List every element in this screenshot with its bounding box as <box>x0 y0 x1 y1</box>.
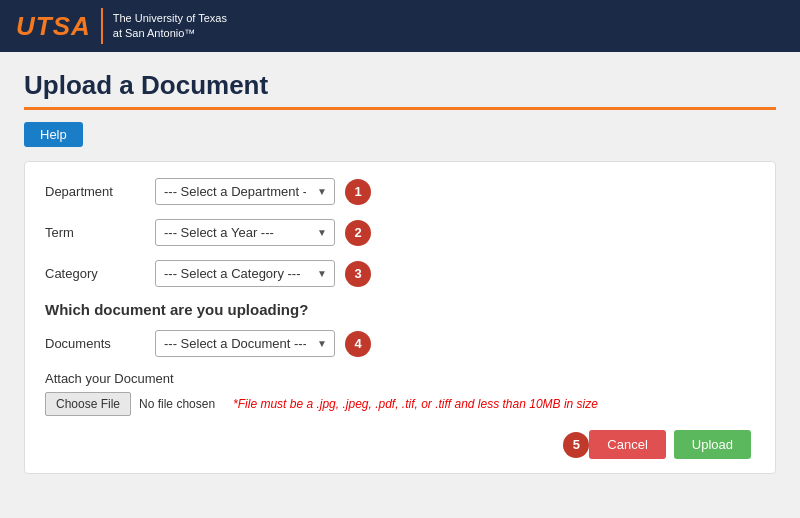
category-select-wrapper: --- Select a Category --- ▼ <box>155 260 335 287</box>
category-label: Category <box>45 266 155 281</box>
file-note: *File must be a .jpg, .jpeg, .pdf, .tif,… <box>233 397 598 411</box>
attach-row: Choose File No file chosen *File must be… <box>45 392 755 416</box>
term-label: Term <box>45 225 155 240</box>
page-title: Upload a Document <box>24 70 776 110</box>
department-select[interactable]: --- Select a Department --- <box>155 178 335 205</box>
documents-label: Documents <box>45 336 155 351</box>
category-select[interactable]: --- Select a Category --- <box>155 260 335 287</box>
document-select[interactable]: --- Select a Document --- <box>155 330 335 357</box>
department-row: Department --- Select a Department --- ▼… <box>45 178 755 205</box>
step-4-badge: 4 <box>345 331 371 357</box>
cancel-button[interactable]: Cancel <box>589 430 665 459</box>
upload-form: Department --- Select a Department --- ▼… <box>24 161 776 474</box>
help-button[interactable]: Help <box>24 122 83 147</box>
step-5-badge: 5 <box>563 432 589 458</box>
department-select-wrapper: --- Select a Department --- ▼ <box>155 178 335 205</box>
term-select[interactable]: --- Select a Year --- <box>155 219 335 246</box>
term-select-wrapper: --- Select a Year --- ▼ <box>155 219 335 246</box>
utsa-logo: UTSA <box>16 11 91 42</box>
category-row: Category --- Select a Category --- ▼ 3 <box>45 260 755 287</box>
department-label: Department <box>45 184 155 199</box>
attach-label: Attach your Document <box>45 371 755 386</box>
step-2-badge: 2 <box>345 220 371 246</box>
step-3-badge: 3 <box>345 261 371 287</box>
term-row: Term --- Select a Year --- ▼ 2 <box>45 219 755 246</box>
upload-button[interactable]: Upload <box>674 430 751 459</box>
choose-file-button[interactable]: Choose File <box>45 392 131 416</box>
documents-row: Documents --- Select a Document --- ▼ 4 <box>45 330 755 357</box>
document-section-title: Which document are you uploading? <box>45 301 755 318</box>
file-chosen-text: No file chosen <box>139 397 215 411</box>
university-name: The University of Texas at San Antonio™ <box>113 11 227 42</box>
footer-row: 5 Cancel Upload <box>45 430 755 459</box>
step-1-badge: 1 <box>345 179 371 205</box>
main-content: Upload a Document Help Department --- Se… <box>0 52 800 486</box>
header-divider <box>101 8 103 44</box>
page-header: UTSA The University of Texas at San Anto… <box>0 0 800 52</box>
document-select-wrapper: --- Select a Document --- ▼ <box>155 330 335 357</box>
